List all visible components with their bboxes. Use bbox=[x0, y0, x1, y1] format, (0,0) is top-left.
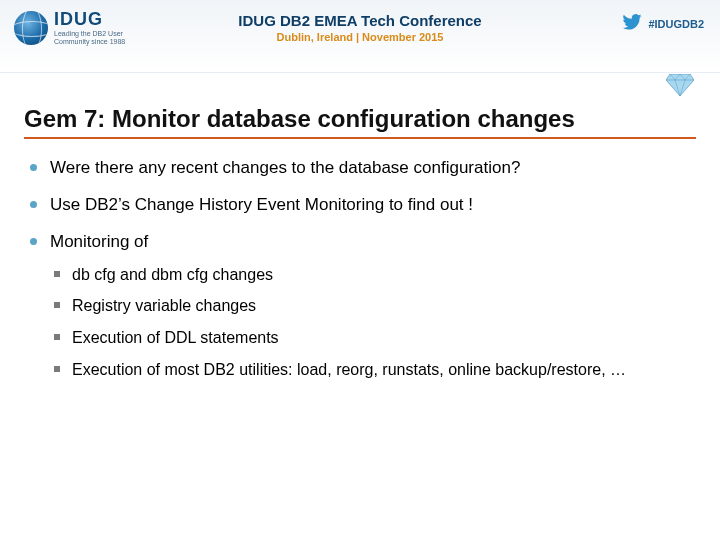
twitter-block: #IDUGDB2 bbox=[622, 14, 704, 34]
sub-bullet-item: Registry variable changes bbox=[50, 295, 692, 317]
bullet-text: Use DB2’s Change History Event Monitorin… bbox=[50, 195, 473, 214]
bullet-item: Use DB2’s Change History Event Monitorin… bbox=[28, 194, 692, 217]
bullet-item: Monitoring of db cfg and dbm cfg changes… bbox=[28, 231, 692, 380]
slide-header: IDUG Leading the DB2 User Community sinc… bbox=[0, 0, 720, 73]
sub-bullet-text: Execution of DDL statements bbox=[72, 329, 279, 346]
sub-bullet-text: Execution of most DB2 utilities: load, r… bbox=[72, 361, 626, 378]
conference-block: IDUG DB2 EMEA Tech Conference Dublin, Ir… bbox=[238, 12, 481, 43]
slide-title: Gem 7: Monitor database configuration ch… bbox=[24, 105, 696, 139]
globe-icon bbox=[14, 11, 48, 45]
bullet-list: Were there any recent changes to the dat… bbox=[28, 157, 692, 380]
conference-title: IDUG DB2 EMEA Tech Conference bbox=[238, 12, 481, 29]
bullet-item: Were there any recent changes to the dat… bbox=[28, 157, 692, 180]
sub-bullet-item: db cfg and dbm cfg changes bbox=[50, 264, 692, 286]
sub-bullet-text: Registry variable changes bbox=[72, 297, 256, 314]
idug-logo: IDUG Leading the DB2 User Community sinc… bbox=[14, 10, 144, 45]
sub-bullet-text: db cfg and dbm cfg changes bbox=[72, 266, 273, 283]
svg-marker-0 bbox=[666, 74, 694, 96]
logo-tagline: Leading the DB2 User Community since 198… bbox=[54, 30, 144, 45]
conference-subtitle: Dublin, Ireland | November 2015 bbox=[238, 31, 481, 43]
logo-text: IDUG Leading the DB2 User Community sinc… bbox=[54, 10, 144, 45]
bullet-text: Were there any recent changes to the dat… bbox=[50, 158, 520, 177]
diamond-icon bbox=[666, 74, 694, 96]
twitter-bird-icon bbox=[622, 14, 642, 34]
sub-bullet-item: Execution of most DB2 utilities: load, r… bbox=[50, 359, 692, 381]
twitter-hashtag: #IDUGDB2 bbox=[648, 18, 704, 30]
sub-bullet-item: Execution of DDL statements bbox=[50, 327, 692, 349]
bullet-text: Monitoring of bbox=[50, 232, 148, 251]
sub-bullet-list: db cfg and dbm cfg changes Registry vari… bbox=[50, 264, 692, 380]
logo-word: IDUG bbox=[54, 10, 144, 28]
